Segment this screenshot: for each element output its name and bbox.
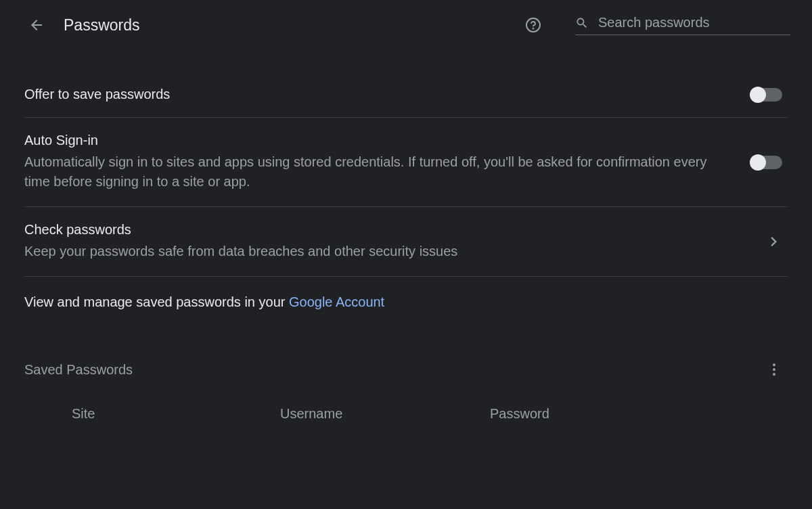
page-title: Passwords (64, 16, 139, 35)
more-options-button[interactable] (766, 361, 782, 378)
auto-signin-description: Automatically sign in to sites and apps … (24, 152, 708, 192)
check-passwords-row[interactable]: Check passwords Keep your passwords safe… (24, 207, 788, 277)
offer-save-row: Offer to save passwords (24, 83, 788, 118)
offer-save-title: Offer to save passwords (24, 87, 751, 102)
google-account-link[interactable]: Google Account (289, 294, 384, 309)
manage-link-prefix: View and manage saved passwords in your (24, 294, 289, 309)
arrow-left-icon (28, 17, 45, 33)
help-icon (525, 17, 541, 33)
help-button[interactable] (525, 17, 541, 33)
check-passwords-description: Keep your passwords safe from data breac… (24, 242, 708, 261)
page-header: Passwords (0, 0, 812, 49)
saved-passwords-title: Saved Passwords (24, 362, 766, 378)
svg-point-1 (533, 28, 534, 29)
saved-passwords-header: Saved Passwords (24, 325, 788, 390)
more-vert-icon (766, 361, 782, 378)
saved-passwords-table-header: Site Username Password (24, 390, 788, 422)
search-container (575, 15, 790, 35)
svg-point-4 (773, 373, 775, 376)
auto-signin-row: Auto Sign-in Automatically sign in to si… (24, 118, 788, 207)
search-input[interactable] (598, 15, 790, 30)
chevron-right-icon (771, 237, 777, 246)
toggle-thumb (750, 154, 766, 171)
offer-save-toggle[interactable] (751, 88, 782, 102)
back-button[interactable] (28, 17, 45, 33)
column-site: Site (72, 406, 280, 422)
auto-signin-toggle[interactable] (751, 156, 782, 169)
svg-point-2 (773, 363, 775, 366)
svg-point-3 (773, 368, 775, 371)
toggle-thumb (750, 87, 766, 103)
check-passwords-title: Check passwords (24, 222, 767, 238)
manage-link-row: View and manage saved passwords in your … (24, 277, 788, 325)
auto-signin-title: Auto Sign-in (24, 133, 751, 148)
search-icon (575, 16, 589, 30)
column-username: Username (280, 406, 490, 422)
column-password: Password (490, 406, 788, 422)
check-passwords-chevron (767, 235, 781, 248)
